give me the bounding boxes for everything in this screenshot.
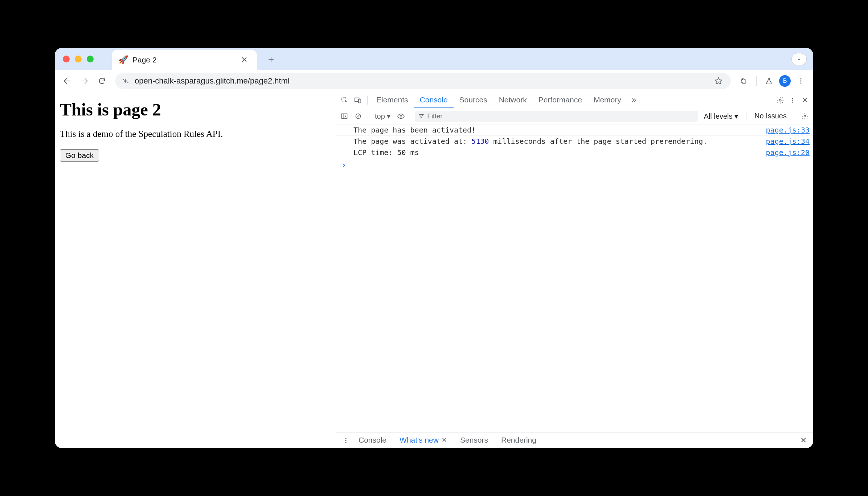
drawer-tab-sensors[interactable]: Sensors xyxy=(454,432,495,448)
arrow-right-icon xyxy=(80,77,89,85)
console-toolbar: top ▾ Filter All levels ▾ No Issues xyxy=(336,108,813,124)
issues-indicator[interactable]: No Issues xyxy=(750,112,791,120)
tab-title: Page 2 xyxy=(132,56,234,64)
gear-icon xyxy=(801,113,808,120)
site-info-icon[interactable] xyxy=(122,77,130,85)
new-tab-button[interactable]: ＋ xyxy=(262,50,280,68)
flask-icon xyxy=(765,77,773,85)
drawer-tab-whats-new[interactable]: What's new ✕ xyxy=(393,432,454,448)
tab-memory[interactable]: Memory xyxy=(588,92,627,108)
log-levels-selector[interactable]: All levels ▾ xyxy=(700,112,742,121)
device-toolbar-button[interactable] xyxy=(351,96,364,104)
toggle-sidebar-button[interactable] xyxy=(338,113,351,120)
svg-line-15 xyxy=(356,114,360,118)
window-fullscreen-button[interactable] xyxy=(87,56,94,62)
svg-rect-12 xyxy=(342,114,347,118)
tab-network[interactable]: Network xyxy=(493,92,533,108)
content-area: This is page 2 This is a demo of the Spe… xyxy=(55,92,813,448)
log-entry: The page has been activated! page.js:33 xyxy=(336,124,813,136)
tab-console[interactable]: Console xyxy=(414,92,454,108)
clear-console-button[interactable] xyxy=(352,113,364,120)
address-bar[interactable]: open-chalk-asparagus.glitch.me/page2.htm… xyxy=(115,73,731,89)
svg-point-10 xyxy=(792,99,793,101)
labs-button[interactable] xyxy=(762,74,776,88)
svg-point-17 xyxy=(804,115,806,117)
svg-point-9 xyxy=(792,98,793,99)
window-close-button[interactable] xyxy=(63,56,70,62)
inspect-icon xyxy=(341,96,349,104)
profile-button[interactable]: B xyxy=(779,75,791,87)
chevrons-right-icon xyxy=(630,97,637,104)
svg-point-4 xyxy=(800,82,801,84)
devtools-close-button[interactable]: ✕ xyxy=(799,95,811,105)
back-button[interactable] xyxy=(60,74,74,88)
log-source-link[interactable]: page.js:20 xyxy=(759,148,810,157)
forward-button[interactable] xyxy=(77,74,92,88)
svg-point-20 xyxy=(345,442,347,443)
devtools-drawer: Console What's new ✕ Sensors Rendering ✕ xyxy=(336,432,813,448)
tab-elements[interactable]: Elements xyxy=(370,92,414,108)
sidebar-icon xyxy=(341,113,348,120)
svg-point-18 xyxy=(345,438,347,439)
svg-point-8 xyxy=(779,99,781,101)
reload-icon xyxy=(98,77,106,85)
url-text: open-chalk-asparagus.glitch.me/page2.htm… xyxy=(135,76,708,86)
toolbar-divider xyxy=(756,76,757,86)
arrow-left-icon xyxy=(63,77,71,85)
browser-menu-button[interactable] xyxy=(794,74,808,88)
console-log-area[interactable]: The page has been activated! page.js:33 … xyxy=(336,124,813,432)
browser-tab[interactable]: 🚀 Page 2 ✕ xyxy=(112,50,257,70)
console-prompt[interactable]: › xyxy=(336,158,813,171)
devices-icon xyxy=(354,96,362,104)
browser-toolbar: open-chalk-asparagus.glitch.me/page2.htm… xyxy=(55,70,813,92)
tab-favicon-icon: 🚀 xyxy=(118,55,128,65)
console-filter-input[interactable]: Filter xyxy=(415,111,698,122)
log-entry: The page was activated at: 5130 millisec… xyxy=(336,136,813,147)
log-source-link[interactable]: page.js:34 xyxy=(759,137,810,146)
drawer-tab-console[interactable]: Console xyxy=(352,432,393,448)
drawer-tab-rendering[interactable]: Rendering xyxy=(495,432,543,448)
svg-point-3 xyxy=(800,80,801,81)
log-entry: LCP time: 50 ms page.js:20 xyxy=(336,147,813,158)
ban-icon xyxy=(355,113,362,120)
log-source-link[interactable]: page.js:33 xyxy=(759,126,810,134)
window-minimize-button[interactable] xyxy=(75,56,82,62)
puzzle-icon xyxy=(740,77,748,85)
drawer-close-button[interactable]: ✕ xyxy=(797,436,810,445)
drawer-menu-button[interactable] xyxy=(340,437,352,444)
context-selector[interactable]: top ▾ xyxy=(372,112,393,121)
funnel-icon xyxy=(418,113,424,119)
tab-strip: 🚀 Page 2 ✕ ＋ xyxy=(55,48,813,70)
svg-point-2 xyxy=(800,78,801,79)
page-heading: This is page 2 xyxy=(60,99,331,119)
console-settings-button[interactable] xyxy=(799,113,811,120)
dots-vertical-icon xyxy=(789,97,796,103)
dots-vertical-icon xyxy=(797,77,804,85)
reload-button[interactable] xyxy=(95,74,109,88)
avatar-letter: B xyxy=(783,78,787,84)
devtools-menu-button[interactable] xyxy=(786,97,799,103)
tabs-dropdown-button[interactable] xyxy=(791,53,807,65)
devtools-settings-button[interactable] xyxy=(774,96,786,104)
filter-placeholder: Filter xyxy=(427,112,442,120)
live-expression-button[interactable] xyxy=(395,112,407,120)
svg-point-19 xyxy=(345,440,347,441)
tab-sources[interactable]: Sources xyxy=(454,92,493,108)
svg-rect-7 xyxy=(359,99,361,103)
bookmark-button[interactable] xyxy=(713,77,724,85)
dots-vertical-icon xyxy=(343,437,349,444)
tab-close-button[interactable]: ✕ xyxy=(238,54,250,66)
rendered-page: This is page 2 This is a demo of the Spe… xyxy=(55,92,336,448)
inspect-element-button[interactable] xyxy=(338,96,351,104)
tab-performance[interactable]: Performance xyxy=(533,92,588,108)
more-tabs-button[interactable] xyxy=(627,97,640,104)
page-body-text: This is a demo of the Speculation Rules … xyxy=(60,129,331,139)
svg-point-11 xyxy=(792,101,793,102)
drawer-tab-close-button[interactable]: ✕ xyxy=(442,436,447,444)
window-controls xyxy=(63,56,94,62)
eye-icon xyxy=(397,112,405,120)
extensions-button[interactable] xyxy=(737,74,751,88)
svg-point-1 xyxy=(127,82,128,83)
go-back-button[interactable]: Go back xyxy=(60,149,99,162)
svg-point-0 xyxy=(123,79,124,80)
